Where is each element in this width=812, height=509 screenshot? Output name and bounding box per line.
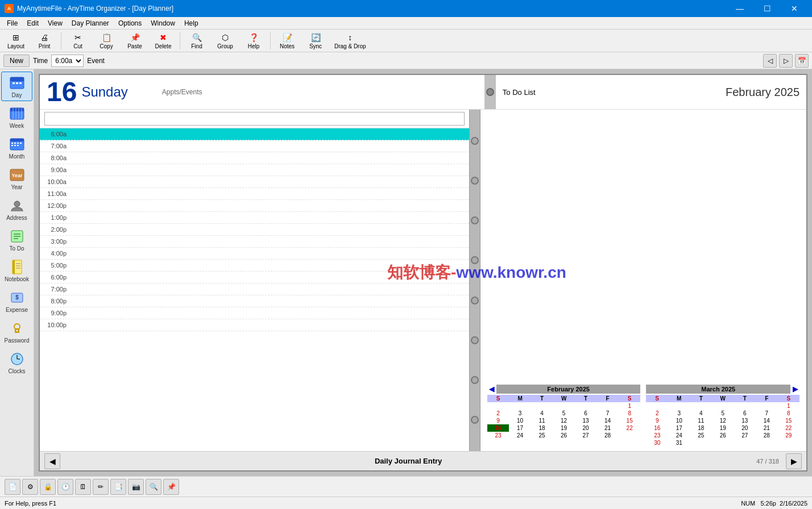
drag-drop-button[interactable]: ↕ Drag & Drop [330,31,370,51]
menu-help[interactable]: Help [180,17,203,30]
sidebar-item-clocks[interactable]: Clocks [1,348,32,377]
bt-clock[interactable]: 🕐 [57,479,73,495]
svg-rect-6 [10,108,24,111]
time-300p-content[interactable] [71,236,469,247]
feb-header-sun: S [487,395,509,402]
time-1000a-content[interactable] [71,176,469,187]
sidebar-item-month[interactable]: Month [1,133,32,162]
menu-window[interactable]: Window [146,17,180,30]
time-800a-content[interactable] [71,152,469,164]
bt-calendar[interactable]: 🗓 [75,479,91,495]
mini-cal-mar-next[interactable]: ▶ [790,385,799,394]
sidebar-item-address[interactable]: Address [1,194,32,224]
menu-options[interactable]: Options [114,17,146,30]
maximize-button[interactable]: ☐ [754,2,780,15]
paste-button[interactable]: 📌 Paste [121,31,148,51]
time-slot-900p[interactable]: 9:00p [40,307,469,319]
day-icon [9,75,25,91]
menu-edit[interactable]: Edit [22,17,43,30]
sidebar-item-week[interactable]: Week [1,102,32,132]
bt-find[interactable]: 🔍 [146,479,161,495]
time-slot-300p[interactable]: 3:00p [40,236,469,248]
mini-cal-feb-prev[interactable]: ◀ [487,385,496,394]
password-icon [9,320,25,336]
ring-3 [471,216,479,224]
time-slot-500p[interactable]: 5:00p [40,260,469,272]
svg-text:Year: Year [11,173,23,178]
notes-button[interactable]: 📝 Notes [274,31,301,51]
time-900a-content[interactable] [71,164,469,176]
sidebar-item-notebook[interactable]: Notebook [1,256,32,285]
new-button[interactable]: New [3,55,30,67]
sidebar-item-todo[interactable]: To Do [1,225,32,254]
sidebar-item-year[interactable]: Year Year [1,164,32,193]
time-slot-1200p[interactable]: 12:00p [40,200,469,212]
group-button[interactable]: ⬡ Group [212,31,239,51]
menu-view[interactable]: View [43,17,67,30]
time-slot-1100a[interactable]: 11:00a [40,188,469,200]
time-slot-400p[interactable]: 4:00p [40,248,469,260]
svg-rect-3 [16,82,18,84]
time-500p-content[interactable] [71,260,469,271]
week-icon [9,106,25,122]
time-slot-900a[interactable]: 9:00a [40,164,469,176]
close-button[interactable]: ✕ [781,2,807,15]
help-text: For Help, press F1 [5,500,56,507]
time-select[interactable]: 6:00a 6:30a 7:00a 7:30a [51,55,84,67]
cut-button[interactable]: ✂ Cut [64,31,92,51]
prev-nav-icon[interactable]: ◁ [763,54,777,68]
sync-button[interactable]: 🔄 Sync [302,31,329,51]
time-1000p-content[interactable] [71,319,469,331]
appt-input[interactable] [44,112,465,126]
back-button[interactable]: ◀ [44,453,60,469]
content-wrapper: 知软博客-www.knowr.cn 16 Sunday Appts/Events… [34,69,812,476]
time-slot-700p[interactable]: 7:00p [40,283,469,295]
time-600a-content[interactable] [71,128,469,140]
bt-edit[interactable]: ✏ [93,479,109,495]
bt-pin[interactable]: 📌 [163,479,179,495]
time-slot-800p[interactable]: 8:00p [40,295,469,307]
copy-button[interactable]: 📋 Copy [93,31,120,51]
sidebar-item-day[interactable]: Day [1,72,32,101]
menu-file[interactable]: File [2,17,22,30]
time-800p-content[interactable] [71,295,469,307]
time-900p-content[interactable] [71,307,469,319]
bt-lock[interactable]: 🔒 [40,479,56,495]
bt-doc2[interactable]: 📑 [110,479,126,495]
time-slot-600a[interactable]: 6:00a [40,128,469,140]
delete-button[interactable]: ✖ Delete [150,31,177,51]
month-year-heading: February 2025 [726,86,799,99]
time-700p-content[interactable] [71,283,469,295]
bt-new-doc[interactable]: 📄 [5,479,20,495]
time-slot-1000a[interactable]: 10:00a [40,176,469,188]
calendar-nav-icon[interactable]: 📅 [795,54,809,68]
sidebar-item-expense[interactable]: $ Expense [1,286,32,316]
menu-day-planner[interactable]: Day Planner [67,17,114,30]
time-700a-content[interactable] [71,140,469,152]
time-slot-700a[interactable]: 7:00a [40,140,469,152]
bt-settings[interactable]: ⚙ [22,479,38,495]
time-1200p-content[interactable] [71,200,469,211]
svg-rect-4 [19,82,22,84]
time-slot-1000p[interactable]: 10:00p [40,319,469,331]
time-slot-800a[interactable]: 8:00a [40,152,469,164]
time-600p-content[interactable] [71,272,469,283]
time-slot-600p[interactable]: 6:00p [40,272,469,283]
minimize-button[interactable]: — [727,2,753,15]
time-200p-content[interactable] [71,224,469,235]
time-400p-content[interactable] [71,248,469,259]
feb-today[interactable]: 16 [487,424,509,432]
forward-button[interactable]: ▶ [786,453,802,469]
find-button[interactable]: 🔍 Find [183,31,210,51]
layout-button[interactable]: ⊞ Layout [2,31,30,51]
time-100p-content[interactable] [71,212,469,223]
help-button[interactable]: ❓ Help [240,31,267,51]
sidebar-item-password[interactable]: Password [1,317,32,347]
next-nav-icon[interactable]: ▷ [779,54,793,68]
time-1100a-content[interactable] [71,188,469,199]
time-slot-200p[interactable]: 2:00p [40,224,469,236]
time-slot-100p[interactable]: 1:00p [40,212,469,224]
drag-drop-icon: ↕ [345,32,356,43]
print-button[interactable]: 🖨 Print [31,31,58,51]
bt-photo[interactable]: 📷 [128,479,144,495]
